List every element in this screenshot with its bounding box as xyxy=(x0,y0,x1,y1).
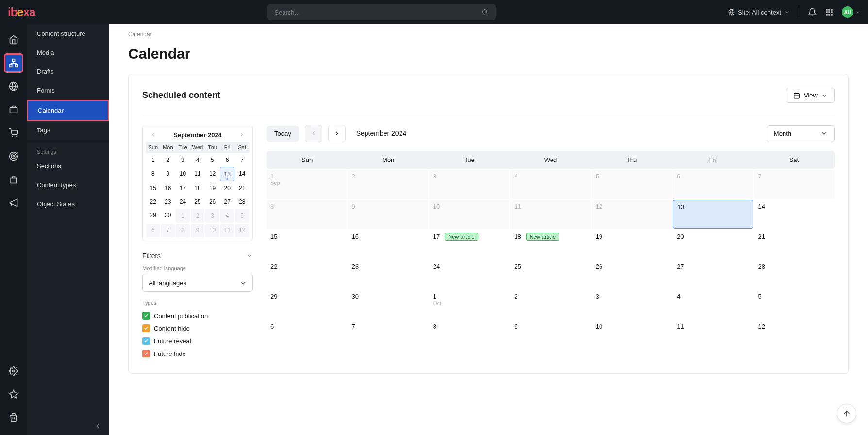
filter-type[interactable]: Future reveal xyxy=(142,335,253,347)
apps-icon[interactable] xyxy=(825,8,833,16)
minical-day[interactable]: 25 xyxy=(190,195,205,209)
language-select[interactable]: All languages xyxy=(142,274,253,292)
bigcal-cell[interactable]: 4 xyxy=(673,290,753,319)
bigcal-cell[interactable]: 3 xyxy=(592,290,672,319)
minical-day[interactable]: 10 xyxy=(175,167,190,181)
bigcal-cell[interactable]: 20 xyxy=(673,230,753,259)
minical-day[interactable]: 7 xyxy=(161,224,175,237)
bigcal-cell[interactable]: 9 xyxy=(510,320,590,349)
bigcal-cell[interactable]: 9 xyxy=(348,200,428,229)
search-box[interactable] xyxy=(267,4,496,20)
minical-day[interactable]: 15 xyxy=(146,181,161,195)
submenu-item-content-types[interactable]: Content types xyxy=(27,176,109,194)
minical-day[interactable]: 24 xyxy=(175,195,190,209)
minical-day[interactable]: 5 xyxy=(205,153,220,167)
bigcal-cell[interactable]: 12 xyxy=(754,320,835,349)
minical-prev[interactable] xyxy=(148,131,159,139)
bigcal-cell[interactable]: 27 xyxy=(673,260,753,289)
collapse-submenu[interactable] xyxy=(95,422,103,430)
minical-day[interactable]: 10 xyxy=(205,224,219,237)
minical-day[interactable]: 11 xyxy=(220,224,234,237)
rail-catalog[interactable] xyxy=(4,100,23,119)
submenu-item-tags[interactable]: Tags xyxy=(27,121,109,140)
bigcal-cell[interactable]: 19 xyxy=(592,230,672,259)
bigcal-cell[interactable]: 8 xyxy=(267,200,347,229)
view-button[interactable]: View xyxy=(786,88,835,103)
bigcal-cell[interactable]: 10 xyxy=(592,320,672,349)
minical-day[interactable]: 4 xyxy=(190,153,205,167)
minical-day[interactable]: 8 xyxy=(146,167,161,181)
minical-day[interactable]: 6 xyxy=(146,224,160,237)
bigcal-cell[interactable]: 6 xyxy=(267,320,347,349)
submenu-item-sections[interactable]: Sections xyxy=(27,157,109,176)
minical-day[interactable]: 11 xyxy=(190,167,205,181)
period-select[interactable]: Month xyxy=(767,125,835,142)
bigcal-cell[interactable]: 3 xyxy=(429,170,509,199)
search-icon[interactable] xyxy=(481,8,489,16)
minical-day[interactable]: 9 xyxy=(161,167,176,181)
bigcal-cell[interactable]: 21 xyxy=(754,230,835,259)
submenu-item-drafts[interactable]: Drafts xyxy=(27,62,109,81)
bigcal-cell[interactable]: 12 xyxy=(592,200,672,229)
submenu-item-object-states[interactable]: Object States xyxy=(27,194,109,213)
submenu-item-content-structure[interactable]: Content structure xyxy=(27,24,109,43)
minical-day[interactable]: 22 xyxy=(146,195,161,209)
rail-deploy[interactable] xyxy=(4,170,23,189)
rail-bookmarks[interactable] xyxy=(4,385,23,404)
bigcal-cell[interactable]: 5 xyxy=(754,290,835,319)
bigcal-next[interactable] xyxy=(328,125,346,142)
rail-targeting[interactable] xyxy=(4,146,23,166)
minical-day[interactable]: 18 xyxy=(190,181,205,195)
submenu-item-media[interactable]: Media xyxy=(27,43,109,62)
rail-site[interactable] xyxy=(4,77,23,96)
bigcal-cell[interactable]: 25 xyxy=(510,260,590,289)
bigcal-cell[interactable]: 24 xyxy=(429,260,509,289)
notifications-icon[interactable] xyxy=(808,8,817,16)
filter-type[interactable]: Content hide xyxy=(142,322,253,335)
bigcal-cell[interactable]: 1Oct xyxy=(429,290,509,319)
minical-day[interactable]: 2 xyxy=(161,153,176,167)
bigcal-cell[interactable]: 11 xyxy=(510,200,590,229)
bigcal-cell[interactable]: 7 xyxy=(348,320,428,349)
minical-day[interactable]: 30 xyxy=(161,209,176,223)
minical-day[interactable]: 19 xyxy=(205,181,220,195)
bigcal-cell[interactable]: 29 xyxy=(267,290,347,319)
submenu-item-forms[interactable]: Forms xyxy=(27,81,109,100)
calendar-event[interactable]: New article xyxy=(526,233,559,241)
bigcal-cell[interactable]: 7 xyxy=(754,170,835,199)
rail-campaigns[interactable] xyxy=(4,193,23,212)
filter-type[interactable]: Content publication xyxy=(142,309,253,322)
minical-day[interactable]: 28 xyxy=(234,195,250,209)
rail-content[interactable] xyxy=(4,53,23,73)
bigcal-cell[interactable]: 2 xyxy=(348,170,428,199)
bigcal-cell[interactable]: 2 xyxy=(510,290,590,319)
search-input[interactable] xyxy=(274,9,481,16)
minical-day[interactable]: 3 xyxy=(175,153,190,167)
minical-day[interactable]: 16 xyxy=(161,181,176,195)
site-context-selector[interactable]: Site: All context xyxy=(728,9,790,16)
bigcal-cell[interactable]: 23 xyxy=(348,260,428,289)
submenu-item-calendar[interactable]: Calendar xyxy=(27,100,109,121)
bigcal-prev[interactable] xyxy=(305,125,322,142)
minical-day[interactable]: 3 xyxy=(205,209,219,223)
minical-day[interactable]: 6 xyxy=(220,153,235,167)
minical-day[interactable]: 9 xyxy=(191,224,205,237)
bigcal-cell[interactable]: 17New article xyxy=(429,230,509,259)
minical-day[interactable]: 21 xyxy=(234,181,250,195)
minical-day[interactable]: 26 xyxy=(205,195,220,209)
minical-day[interactable]: 29 xyxy=(146,209,161,223)
bigcal-cell[interactable]: 6 xyxy=(673,170,753,199)
bigcal-cell[interactable]: 10 xyxy=(429,200,509,229)
minical-day[interactable]: 4 xyxy=(220,209,234,223)
today-button[interactable]: Today xyxy=(267,126,299,142)
minical-day[interactable]: 13 xyxy=(220,167,235,181)
bigcal-cell[interactable]: 28 xyxy=(754,260,835,289)
minical-day[interactable]: 2 xyxy=(191,209,205,223)
calendar-event[interactable]: New article xyxy=(445,233,478,241)
minical-day[interactable]: 20 xyxy=(220,181,235,195)
minical-next[interactable] xyxy=(236,131,248,139)
logo[interactable]: ibexa xyxy=(8,5,35,19)
minical-day[interactable]: 7 xyxy=(234,153,250,167)
bigcal-cell[interactable]: 11 xyxy=(673,320,753,349)
minical-day[interactable]: 27 xyxy=(220,195,235,209)
